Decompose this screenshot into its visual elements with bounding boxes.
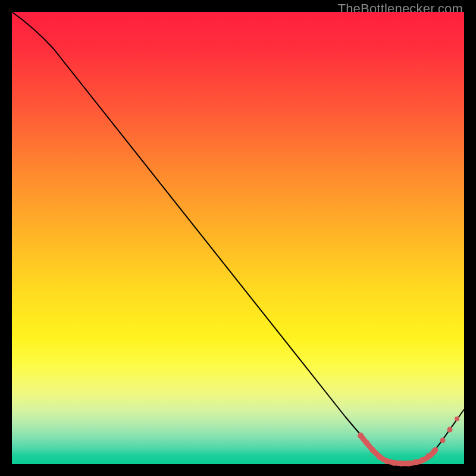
marker-dot [364,440,369,446]
marker-dot [391,460,397,466]
bottleneck-curve [12,12,464,463]
marker-dot [398,461,404,466]
curve-svg [12,12,464,464]
marker-dot [425,453,431,459]
marker-dot [377,454,383,460]
marker-dot [412,459,418,465]
marker-dot [440,438,446,443]
marker-dot [431,448,437,454]
marker-dot [419,457,425,463]
marker-dot [384,458,390,464]
marker-dot [455,416,459,421]
plot-area [12,12,464,464]
marker-dot [405,461,411,466]
chart-canvas: TheBottlenecker.com [0,0,476,476]
marker-dot [369,447,375,453]
marker-dot [358,433,364,439]
marker-dot [447,427,453,433]
